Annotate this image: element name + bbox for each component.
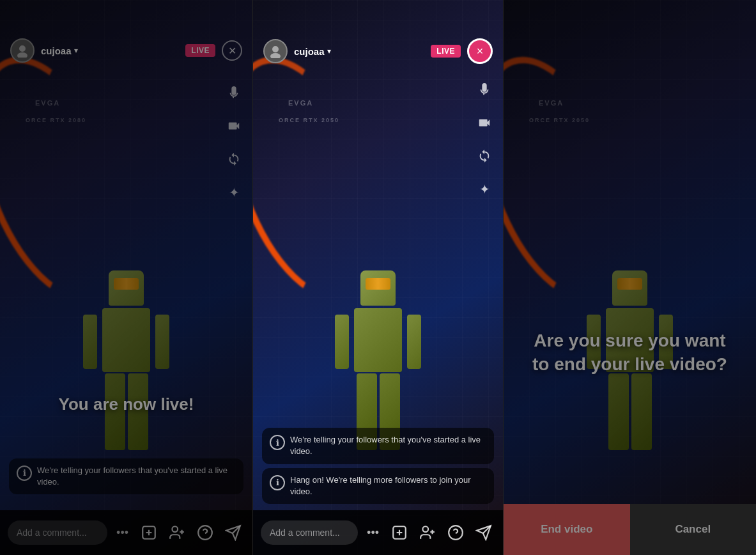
more-button-center[interactable]: •••: [363, 522, 383, 543]
evga-label-left: EVGA: [35, 99, 60, 107]
svg-point-1: [17, 52, 27, 58]
cancel-button[interactable]: Cancel: [630, 504, 757, 555]
bottom-bar-center: Add a comment... •••: [253, 510, 503, 555]
username-left: cujoaa: [41, 45, 72, 56]
rtx-label-left: ORCE RTX 2080: [26, 117, 86, 123]
camera-icon-center[interactable]: [475, 113, 494, 132]
rtx-label-center: ORCE RTX 2050: [279, 117, 339, 123]
header-center: cujoaa ▾ LIVE ×: [253, 38, 503, 64]
notifications-center: ℹ We're telling your followers that you'…: [262, 428, 494, 504]
bottom-bar-left: Add a comment... •••: [0, 510, 252, 555]
username-center: cujoaa: [294, 46, 325, 57]
header-left: cujoaa ▾ LIVE ✕: [0, 38, 252, 63]
question-icon-center[interactable]: [444, 521, 467, 544]
live-badge-left: LIVE: [185, 44, 215, 57]
svg-point-10: [422, 526, 428, 532]
mic-icon-left[interactable]: [224, 83, 243, 102]
svg-point-0: [19, 45, 26, 52]
chevron-down-icon-left: ▾: [74, 46, 78, 55]
svg-point-8: [270, 53, 281, 58]
add-person-icon-left[interactable]: [166, 521, 189, 544]
notif-text-1-center: We're telling your followers that you've…: [290, 434, 486, 457]
camera-icon-left[interactable]: [224, 116, 243, 136]
username-row-left: cujoaa ▾: [41, 45, 179, 56]
more-button-left[interactable]: •••: [112, 522, 132, 543]
add-person-icon-center[interactable]: [416, 521, 439, 544]
comment-placeholder-left: Add a comment...: [17, 528, 87, 538]
notif-text-2-center: Hang on! We're telling more followers to…: [290, 474, 486, 497]
close-button-left[interactable]: ✕: [222, 40, 242, 61]
rotate-icon-left[interactable]: [224, 150, 243, 169]
notif-row-2-center: ℹ Hang on! We're telling more followers …: [262, 468, 494, 504]
question-icon-left[interactable]: [194, 521, 217, 544]
panel-left: EVGA ORCE RTX 2080 cujoaa ▾ LIVE ✕ ✦: [0, 0, 252, 555]
live-badge-center: LIVE: [431, 45, 461, 58]
comment-placeholder-center: Add a comment...: [270, 528, 340, 538]
send-icon-left[interactable]: [222, 521, 245, 544]
notif-row-1-center: ℹ We're telling your followers that you'…: [262, 428, 494, 464]
side-icons-left: ✦: [224, 83, 243, 202]
end-video-buttons: End video Cancel: [504, 504, 756, 555]
info-icon-1-center: ℹ: [270, 435, 285, 450]
sparkle-icon-left[interactable]: ✦: [224, 183, 243, 202]
end-video-button[interactable]: End video: [504, 504, 630, 555]
mic-icon-center[interactable]: [475, 80, 494, 99]
evga-label-center: EVGA: [288, 99, 313, 107]
avatar-left: [10, 38, 35, 63]
rotate-icon-center[interactable]: [475, 146, 494, 166]
svg-point-7: [272, 46, 279, 52]
panel-right: EVGA ORCE RTX 2050 Are you sure you want…: [504, 0, 756, 555]
comment-input-left[interactable]: Add a comment...: [8, 520, 107, 545]
info-icon-2-center: ℹ: [270, 475, 285, 490]
end-video-overlay: Are you sure you want to end your live v…: [504, 0, 756, 555]
now-live-text: You are now live!: [0, 395, 252, 414]
side-icons-center: ✦: [475, 80, 494, 199]
info-icon-left: ℹ: [17, 465, 32, 481]
panel-center: EVGA ORCE RTX 2050 cujoaa ▾ LIVE × ✦: [252, 0, 504, 555]
svg-point-3: [172, 526, 178, 532]
notif-text-left: We're telling your followers that you've…: [37, 465, 236, 488]
add-story-icon-center[interactable]: [388, 521, 411, 544]
notif-row-left: ℹ We're telling your followers that you'…: [9, 458, 243, 494]
close-button-center[interactable]: ×: [467, 38, 493, 64]
send-icon-center[interactable]: [472, 521, 495, 544]
chevron-down-icon-center: ▾: [327, 47, 331, 56]
move-icon-center[interactable]: ✦: [475, 180, 494, 199]
end-video-question: Are you sure you want to end your live v…: [504, 329, 756, 376]
comment-input-center[interactable]: Add a comment...: [261, 520, 358, 545]
username-row-center: cujoaa ▾: [294, 46, 424, 57]
add-story-icon-left[interactable]: [137, 521, 160, 544]
avatar-center: [263, 39, 288, 63]
